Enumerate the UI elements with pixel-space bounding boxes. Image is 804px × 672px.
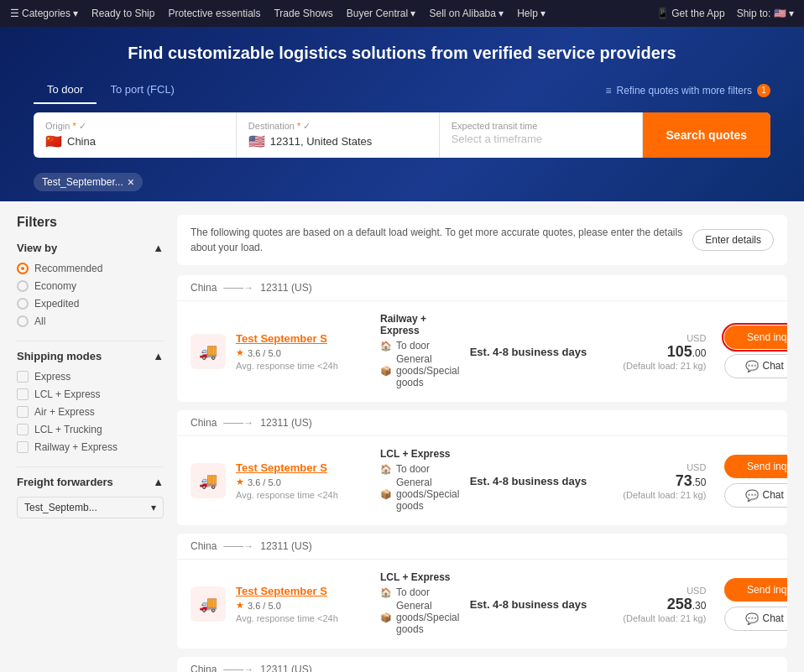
door-to-1: 🏠 To door [380,463,459,475]
price-usd-1: USD [597,462,706,472]
quote-card-2: China ——→ 12311 (US) 🚚 Test September S … [177,534,787,649]
shipping-modes-section: Shipping modes ▲ Express LCL + Express A… [17,350,164,453]
mode-express[interactable]: Express [17,371,164,383]
transit-label: Expected transit time [452,121,630,131]
route-to-1: 12311 (US) [260,417,311,429]
actions-1: Send inquiry 💬 Chat now [716,455,787,508]
transit-info-0: Est. 4-8 business days [469,346,587,358]
get-the-app[interactable]: 📱 Get the App [656,8,725,19]
nav-protective[interactable]: Protective essentials [168,8,260,19]
route-header-0: China ——→ 12311 (US) [177,275,787,301]
send-inquiry-button-2[interactable]: Send inquiry [724,578,787,602]
price-usd-0: USD [597,333,706,343]
route-from-2: China [191,540,217,552]
goods-icon: 📦 [380,366,392,377]
radio-expedited [17,298,29,310]
route-to-3: 12311 (US) [260,664,311,672]
price-info-0: USD 105.00 (Default load: 21 kg) [597,333,706,371]
nav-trade-shows[interactable]: Trade Shows [274,8,332,19]
transit-time-field[interactable]: Expected transit time Select a timeframe [440,112,643,158]
provider-logo-2: 🚚 [191,586,226,622]
filter-tags-row: Test_September... × [0,166,804,201]
destination-field[interactable]: Destination * ✓ 🇺🇸 12311, United States [237,112,440,158]
rating-value-0: 3.6 / 5.0 [248,348,281,358]
provider-response-2: Avg. response time <24h [236,613,370,623]
mode-lcl-express[interactable]: LCL + Express [17,388,164,400]
route-header-3: China ——→ 12311 (US) [177,657,787,672]
remove-filter-tag-icon[interactable]: × [128,175,134,189]
view-by-section: View by ▲ Recommended Economy Expedited … [17,242,164,327]
provider-name-1[interactable]: Test September S [236,461,370,474]
nav-help[interactable]: Help ▾ [517,8,546,19]
door-to-0: 🏠 To door [380,340,459,352]
door-to-2: 🏠 To door [380,586,459,598]
door-icon: 🏠 [380,587,392,598]
shipping-modes-collapse-icon[interactable]: ▲ [153,350,164,362]
nav-ready-to-ship[interactable]: Ready to Ship [91,8,154,19]
price-info-1: USD 73.50 (Default load: 21 kg) [597,462,706,500]
nav-categories[interactable]: ☰ Categories ▾ [10,8,78,19]
info-banner-text: The following quotes are based on a defa… [191,225,682,255]
view-by-header: View by ▲ [17,242,164,254]
ship-to[interactable]: Ship to: 🇺🇸 ▾ [737,8,794,19]
price-cents-2: .30 [692,600,707,612]
search-quotes-button[interactable]: Search quotes [643,112,770,158]
chat-button-1[interactable]: 💬 Chat now [724,483,787,508]
provider-name-2[interactable]: Test September S [236,585,370,597]
transit-info-1: Est. 4-8 business days [469,475,587,487]
provider-rating-1: ★ 3.6 / 5.0 [236,477,370,487]
refine-icon: ≡ [606,85,612,96]
send-inquiry-button-0[interactable]: Send inquiry [724,326,787,349]
checkbox-express [17,371,29,383]
results-area: The following quotes are based on a defa… [177,215,787,672]
freight-forwarder-select[interactable]: Test_Septemb... ▾ [17,497,164,518]
price-cents-0: .00 [692,347,707,359]
tab-group: To door To port (FCL) [34,76,188,104]
provider-name-0[interactable]: Test September S [236,332,370,345]
ff-collapse-icon[interactable]: ▲ [153,476,164,488]
view-by-expedited[interactable]: Expedited [17,298,164,310]
rating-value-1: 3.6 / 5.0 [248,477,281,487]
shipping-info-0: Railway + Express 🏠 To door 📦General goo… [380,313,459,390]
filter-tag-0[interactable]: Test_September... × [34,173,143,191]
enter-details-button[interactable]: Enter details [692,229,774,251]
mode-lcl-trucking[interactable]: LCL + Trucking [17,424,164,435]
main-content: Filters View by ▲ Recommended Economy Ex… [0,201,804,672]
door-label-2: To door [396,586,430,598]
door-label-1: To door [396,463,430,475]
view-by-all[interactable]: All [17,315,164,327]
route-from-1: China [191,417,217,429]
quote-body-0: 🚚 Test September S ★ 3.6 / 5.0 Avg. resp… [177,301,787,402]
dest-value: 12311, United States [270,135,372,148]
refine-quotes-btn[interactable]: ≡ Refine quotes with more filters 1 [606,84,770,97]
freight-forwarders-section: Freight forwarders ▲ Test_Septemb... ▾ [17,476,164,518]
view-by-economy[interactable]: Economy [17,280,164,292]
sidebar-title: Filters [17,215,164,230]
freight-forwarders-header: Freight forwarders ▲ [17,476,164,488]
route-to-0: 12311 (US) [260,282,311,294]
tab-to-door[interactable]: To door [34,76,97,104]
quotes-container: China ——→ 12311 (US) 🚚 Test September S … [177,275,787,672]
send-inquiry-button-1[interactable]: Send inquiry [724,455,787,478]
dest-flag: 🇺🇸 [248,133,265,149]
chat-button-2[interactable]: 💬 Chat now [724,607,787,631]
chat-button-0[interactable]: 💬 Chat now [724,354,787,378]
mode-railway-express[interactable]: Railway + Express [17,441,164,453]
route-header-2: China ——→ 12311 (US) [177,534,787,560]
origin-field[interactable]: Origin * ✓ 🇨🇳 China [34,112,237,158]
provider-info-2: Test September S ★ 3.6 / 5.0 Avg. respon… [236,585,370,623]
radio-all [17,315,29,327]
tab-to-port[interactable]: To port (FCL) [97,76,188,104]
view-by-collapse-icon[interactable]: ▲ [153,242,164,254]
nav-sell[interactable]: Sell on Alibaba ▾ [429,8,504,19]
route-arrow-3: ——→ [223,664,253,672]
search-bar: Origin * ✓ 🇨🇳 China Destination * ✓ 🇺🇸 1… [34,112,770,158]
hero-section: Find customizable logistics solutions fr… [0,27,804,201]
quote-body-1: 🚚 Test September S ★ 3.6 / 5.0 Avg. resp… [177,436,787,525]
view-by-recommended[interactable]: Recommended [17,263,164,274]
goods-label-0: General goods/Special goods [396,353,459,388]
provider-rating-0: ★ 3.6 / 5.0 [236,347,370,358]
route-arrow-0: ——→ [223,282,253,294]
nav-buyer-central[interactable]: Buyer Central ▾ [347,8,416,19]
mode-air-express[interactable]: Air + Express [17,406,164,418]
